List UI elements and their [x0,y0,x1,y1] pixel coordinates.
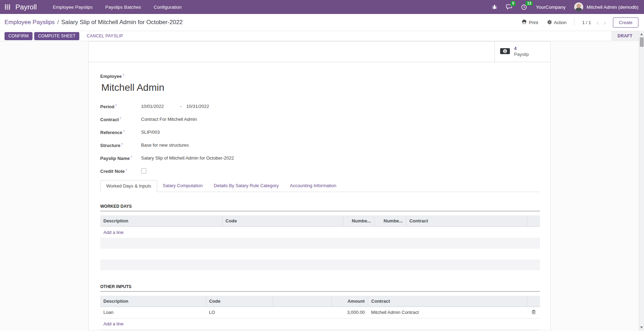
employee-label: Employee [100,74,122,79]
messages-count-badge: 5 [511,1,515,6]
column-amount[interactable]: Amount [332,296,368,307]
worked-days-add-line-row: Add a line [100,226,540,238]
trash-icon [532,310,536,315]
user-avatar [574,2,583,12]
help-icon: ? [121,142,123,146]
create-button[interactable]: Create [613,17,638,28]
scrollbar-thumb[interactable] [640,37,644,47]
structure-label: Structure [100,143,120,148]
gear-icon [547,20,552,25]
confirm-button[interactable]: CONFIRM [5,32,32,40]
scrollbar-down-arrow[interactable] [639,325,644,330]
company-switcher[interactable]: YourCompany [536,5,565,10]
reference-field[interactable]: SLIP/003 [141,130,160,135]
scrollbar-up-arrow[interactable] [639,31,644,37]
column-number-of-days[interactable]: Numbe... [343,215,374,226]
column-spacer [273,296,331,307]
cell-contract[interactable]: Mitchell Admin Contract [368,307,527,318]
cell-spacer [273,307,331,318]
other-inputs-header-row: Description Code Amount Contract [100,296,540,307]
delete-row-button[interactable] [527,307,540,318]
help-icon: ? [122,73,124,77]
menu-employee-payslips[interactable]: Employee Payslips [53,5,93,10]
period-to-field[interactable]: 10/31/2022 [186,104,209,109]
help-icon: ? [115,104,117,107]
menu-payslips-batches[interactable]: Payslips Batches [105,5,141,10]
column-actions [527,215,540,226]
breadcrumb: Employee Payslips / Salary Slip of Mitch… [5,19,183,26]
column-code[interactable]: Code [206,296,273,307]
payslip-name-label: Payslip Name [100,156,130,161]
column-contract[interactable]: Contract [368,296,527,307]
credit-note-row: Credit Note? [100,167,540,175]
messages-icon[interactable]: 5 [506,4,512,10]
stat-label: Payslip [514,52,529,58]
cancel-payslip-button[interactable]: CANCEL PAYSLIP [83,32,126,40]
breadcrumb-separator: / [57,19,59,26]
top-navbar: Payroll Employee Payslips Payslips Batch… [0,0,644,14]
contract-label: Contract [100,117,119,122]
help-icon: ? [131,155,132,159]
tab-details-by-salary-rule-category[interactable]: Details By Salary Rule Category [208,180,284,192]
action-button[interactable]: Action [547,20,566,25]
tab-salary-computation[interactable]: Salary Computation [157,180,208,192]
payslip-stat-button[interactable]: $ 4 Payslip [495,42,550,62]
column-contract[interactable]: Contract [406,215,527,226]
state-badge-draft[interactable]: DRAFT [611,31,639,41]
structure-field[interactable]: Base for new structures [141,142,189,148]
cell-description[interactable]: Loan [100,307,206,318]
action-label: Action [554,20,566,25]
user-menu[interactable]: Mitchell Admin (demodb) [574,2,638,12]
apps-grid-icon[interactable] [5,5,10,10]
app-title[interactable]: Payroll [15,3,37,11]
form-sheet: $ 4 Payslip Employee? Mitchell Admin Per… [88,41,551,331]
tab-accounting-information[interactable]: Accounting Information [284,180,342,192]
employee-field[interactable]: Mitchell Admin [101,82,540,93]
worked-days-table: Description Code Numbe... Numbe... Contr… [100,215,540,270]
breadcrumb-parent[interactable]: Employee Payslips [5,19,55,26]
debug-bug-icon[interactable] [492,4,497,10]
print-label: Print [529,20,538,25]
empty-row [100,249,540,259]
pager-next-icon[interactable]: › [604,19,606,26]
column-number-of-hours[interactable]: Numbe... [374,215,406,226]
contract-row: Contract? Contract For Mitchell Admin [100,115,540,123]
contract-field[interactable]: Contract For Mitchell Admin [141,117,197,122]
empty-row [89,330,550,331]
credit-note-label: Credit Note [100,169,125,174]
control-panel: Employee Payslips / Salary Slip of Mitch… [0,14,644,31]
column-code[interactable]: Code [222,215,343,226]
cell-code[interactable]: LO [206,307,273,318]
breadcrumb-current: Salary Slip of Mitchell Admin for Octobe… [61,19,183,26]
structure-row: Structure? Base for new structures [100,141,540,149]
column-actions [527,296,540,307]
notebook-tabs: Worked Days & Inputs Salary Computation … [100,180,540,192]
pager-previous-icon[interactable]: ‹ [597,19,599,26]
compute-sheet-button[interactable]: COMPUTE SHEET [34,32,79,40]
vertical-scrollbar[interactable] [639,31,644,331]
worked-days-add-a-line-link[interactable]: Add a line [103,230,124,235]
other-inputs-add-a-line-link[interactable]: Add a line [103,321,124,326]
help-icon: ? [125,168,127,172]
menu-configuration[interactable]: Configuration [154,5,182,10]
payslip-name-field[interactable]: Salary Slip of Mitchell Admin for Octobe… [141,155,234,161]
period-from-field[interactable]: 10/01/2022 [141,104,179,109]
column-description[interactable]: Description [100,296,206,307]
reference-label: Reference [100,130,122,135]
activities-clock-icon[interactable]: 13 [521,4,527,10]
cell-amount[interactable]: 3,000.00 [332,307,368,318]
money-bill-icon: $ [500,48,510,56]
credit-note-checkbox[interactable] [141,168,146,174]
print-button[interactable]: Print [522,20,538,25]
period-label: Period [100,104,114,109]
other-inputs-table: Description Code Amount Contract Loan LO… [100,296,540,330]
column-description[interactable]: Description [100,215,222,226]
pager-counter: 1 / 1 [582,20,591,25]
help-icon: ? [123,130,125,133]
other-inputs-add-line-row: Add a line [100,318,540,330]
other-inputs-section-title: OTHER INPUTS [100,284,540,292]
control-panel-right: Print Action 1 / 1 ‹ › [513,17,638,28]
tab-worked-days-inputs[interactable]: Worked Days & Inputs [100,180,157,192]
worked-days-header-row: Description Code Numbe... Numbe... Contr… [100,215,540,226]
user-name: Mitchell Admin (demodb) [586,5,638,10]
